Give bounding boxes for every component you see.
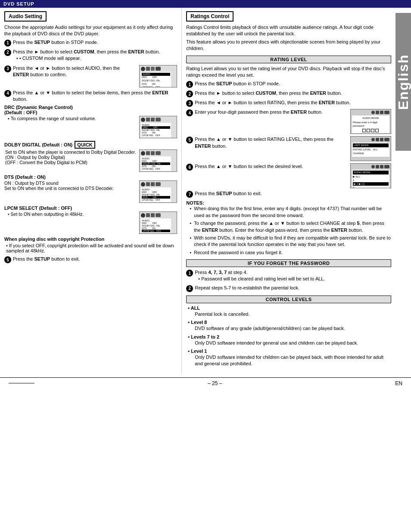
level-all: ALL Parental lock is cancelled.: [188, 305, 391, 317]
step-3: 3 Press the ◄ or ► button to select AUDI…: [4, 65, 177, 87]
side-tab-label: English: [395, 54, 411, 110]
dts-section: ON : Output by DTS sound Set to ON when …: [4, 180, 177, 203]
footer-lang: EN: [395, 380, 402, 386]
note-2: • To change the password, press the ▲ or…: [190, 220, 391, 233]
rating-level-header: RATING LEVEL: [186, 56, 391, 63]
notes-section: NOTES: • When doing this for the first t…: [186, 200, 391, 256]
copyright-text: • If you select OFF, copyright protectio…: [6, 243, 177, 253]
drc-header: DRC (Dynamic Range Control)(Default : OF…: [4, 105, 177, 115]
footer-page-num: – 25 –: [208, 380, 222, 386]
right-column: Ratings Control Ratings Control limits p…: [182, 8, 395, 373]
copyright-header: When playing disc with copyright Protect…: [4, 236, 177, 242]
screen-desired-level: AUDIO MODE ▶ ALL 1 ▶ 2 ▶ (1) 3 ▶ 8 ▶ (3): [350, 163, 391, 188]
forget-password-header: IF YOU FORGET THE PASSWORD: [186, 259, 391, 267]
lpcm-section: • Set to ON when outputting in 48kHz. AU…: [4, 212, 177, 234]
audio-intro: Choose the appropriate Audio settings fo…: [4, 24, 177, 37]
lpcm-header: LPCM SELECT (Default : OFF): [4, 205, 177, 211]
r-step-3: 3 Press the ◄ or ► button to select RATI…: [186, 100, 391, 107]
r-step-6: 6 Press the ▲ or ▼ button to select the …: [186, 163, 391, 188]
rating-level-desc: Rating Level allows you to set the ratin…: [186, 65, 391, 79]
control-levels-list: ALL Parental lock is cancelled. Level 8 …: [186, 305, 391, 367]
dolby-header: DOLBY DIGITAL (Default : ON) QUICK: [4, 141, 177, 149]
control-levels-header: CONTROL LEVELS: [186, 296, 391, 303]
screen-dolby: AUDIO DRC OFF DOLBY DIG. ON DTS ON LPCM …: [139, 149, 177, 172]
ratings-section-header: Ratings Control: [186, 11, 234, 22]
main-content: Audio Setting Choose the appropriate Aud…: [0, 8, 395, 373]
step-4: 4 Press the ▲ or ▼ button to select the …: [4, 90, 177, 103]
r-step-7: 7 Press the SETUP button to exit.: [186, 190, 391, 198]
quick-box: QUICK: [75, 141, 95, 149]
drc-section: • To compress the range of sound volume.…: [4, 116, 177, 138]
screen-rating-level: LIMIT MODE RATING LEVEL ALL CHANGE: [350, 136, 391, 161]
note-1: • When doing this for the first time, en…: [190, 205, 391, 219]
side-tab: English: [395, 13, 411, 151]
ratings-intro1: Ratings Control limits playback of discs…: [186, 24, 391, 37]
audio-section-header: Audio Setting: [4, 11, 47, 22]
top-bar: DVD SETUP: [0, 0, 411, 8]
dolby-section: Set to ON when the player is connected t…: [4, 149, 177, 172]
screen-password: AUDIO MODE Please enter a 4-digit passwo…: [350, 109, 391, 134]
screen-dts: AUDIO DRC OFF DOLBY DIG. ON DTS ON LPCM …: [139, 180, 177, 203]
step-2: 2 Press the ► button to select CUSTOM, t…: [4, 49, 177, 63]
step-5-left: 5 Press the SETUP button to exit.: [4, 256, 177, 263]
screen-drc: AUDIO DRC OFF DOLBY DIG. ON DTS ON LPCM …: [139, 116, 177, 138]
r-step-2: 2 Press the ► button to select CUSTOM, t…: [186, 90, 391, 97]
dts-header: DTS (Default : ON): [4, 174, 177, 180]
level-1: Level 1 Only DVD software intended for c…: [188, 348, 391, 367]
audio-steps: 1 Press the SETUP button in STOP mode. 2…: [4, 39, 177, 234]
screen-audio: AUDIO DRC OFF DOLBY DIG. ON DTS ON LPCM …: [139, 65, 177, 87]
note-3: • With some DVDs, it may be difficult to…: [190, 235, 391, 248]
r-step-5: 5 Press the ▲ or ▼ button to select RATI…: [186, 136, 391, 161]
left-column: Audio Setting Choose the appropriate Aud…: [0, 8, 182, 373]
copyright-section: When playing disc with copyright Protect…: [4, 236, 177, 253]
level-8: Level 8 DVD software of any grade (adult…: [188, 320, 391, 332]
note-4: • Record the password in case you forget…: [190, 249, 391, 256]
fp-step-2: 2 Repeat steps 5-7 to re-establish the p…: [186, 285, 391, 292]
screen-lpcm: AUDIO DRC OFF DOLBY DIG. ON DTS ON LPCM …: [139, 212, 177, 234]
ratings-intro2: This feature allows you to prevent discs…: [186, 39, 391, 52]
step-1: 1 Press the SETUP button in STOP mode.: [4, 39, 177, 47]
footer-left-line: [9, 383, 34, 383]
top-bar-label: DVD SETUP: [3, 1, 34, 6]
fp-step-1: 1 Press 4, 7, 3, 7 at step 4. • Password…: [186, 269, 391, 283]
footer: – 25 – EN: [0, 377, 411, 389]
r-step-4: 4 Enter your four-digit password then pr…: [186, 109, 391, 134]
level-7-2: Levels 7 to 2 Only DVD software intended…: [188, 334, 391, 346]
r-step-1: 1 Press the SETUP button in STOP mode.: [186, 81, 391, 88]
